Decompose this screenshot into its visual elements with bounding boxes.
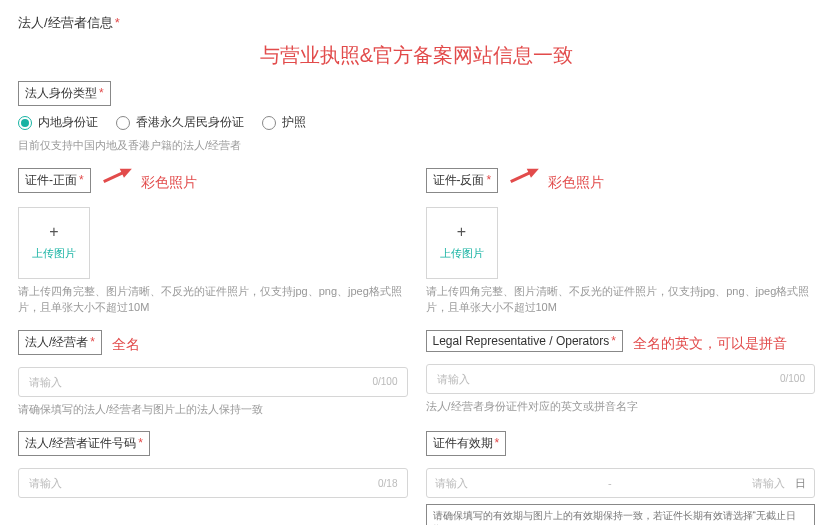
name-en-label: Legal Representative / Operators* <box>426 330 623 352</box>
validity-label: 证件有效期* <box>426 431 507 456</box>
idno-counter: 0/18 <box>378 468 397 498</box>
validity-from-placeholder: 请输入 <box>435 476 468 491</box>
name-en-counter: 0/100 <box>780 364 805 394</box>
upload-text: 上传图片 <box>440 246 484 261</box>
annotation-fullname-cn: 全名 <box>112 336 140 354</box>
plus-icon: + <box>457 224 466 240</box>
calendar-icon: 日 <box>795 476 806 491</box>
idno-validity-row: 法人/经营者证件号码* 0/18 证件有效期* 请输入 - 请输入 日 请确保填… <box>18 431 815 525</box>
arrow-icon <box>505 162 542 189</box>
section-legal-title: 法人/经营者信息* <box>18 14 815 32</box>
idno-label: 法人/经营者证件号码* <box>18 431 150 456</box>
id-type-note: 目前仅支持中国内地及香港户籍的法人/经营者 <box>18 137 815 154</box>
idno-col: 法人/经营者证件号码* 0/18 <box>18 431 408 525</box>
name-en-input[interactable] <box>426 364 816 394</box>
upload-text: 上传图片 <box>32 246 76 261</box>
upload-front-note: 请上传四角完整、图片清晰、不反光的证件照片，仅支持jpg、png、jpeg格式照… <box>18 283 408 316</box>
validity-sep: - <box>608 477 612 489</box>
arrow-icon <box>98 162 135 189</box>
validity-col: 证件有效期* 请输入 - 请输入 日 请确保填写的有效期与图片上的有效期保持一致… <box>426 431 816 525</box>
id-type-block: 法人身份类型* 内地身份证 香港永久居民身份证 护照 目前仅支持中国内地及香港户… <box>18 81 815 154</box>
radio-passport[interactable]: 护照 <box>262 114 306 131</box>
name-row: 法人/经营者* 全名 0/100 请确保填写的法人/经营者与图片上的法人保持一致… <box>18 330 815 418</box>
validity-to-placeholder: 请输入 <box>752 476 785 491</box>
upload-front-col: 证件-正面* 彩色照片 + 上传图片 请上传四角完整、图片清晰、不反光的证件照片… <box>18 168 408 316</box>
annotation-color-photo-front: 彩色照片 <box>101 174 197 192</box>
upload-front-button[interactable]: + 上传图片 <box>18 207 90 279</box>
name-cn-note: 请确保填写的法人/经营者与图片上的法人保持一致 <box>18 401 408 418</box>
id-type-label: 法人身份类型* <box>18 81 111 106</box>
plus-icon: + <box>49 224 58 240</box>
name-en-note: 法人/经营者身份证件对应的英文或拼音名字 <box>426 398 816 415</box>
validity-hint: 请确保填写的有效期与图片上的有效期保持一致，若证件长期有效请选择“无截止日期” <box>426 504 816 525</box>
id-back-label: 证件-反面* <box>426 168 499 193</box>
upload-back-button[interactable]: + 上传图片 <box>426 207 498 279</box>
validity-date-range[interactable]: 请输入 - 请输入 日 <box>426 468 816 498</box>
radio-hk-id[interactable]: 香港永久居民身份证 <box>116 114 244 131</box>
annotation-fullname-en: 全名的英文，可以是拼音 <box>633 335 787 353</box>
name-en-col: Legal Representative / Operators* 全名的英文，… <box>426 330 816 418</box>
id-type-radio-group: 内地身份证 香港永久居民身份证 护照 <box>18 114 815 131</box>
upload-back-note: 请上传四角完整、图片清晰、不反光的证件照片，仅支持jpg、png、jpeg格式照… <box>426 283 816 316</box>
annotation-color-photo-back: 彩色照片 <box>508 174 604 192</box>
name-cn-col: 法人/经营者* 全名 0/100 请确保填写的法人/经营者与图片上的法人保持一致 <box>18 330 408 418</box>
annotation-top: 与营业执照&官方备案网站信息一致 <box>18 42 815 69</box>
name-cn-counter: 0/100 <box>372 367 397 397</box>
name-cn-input[interactable] <box>18 367 408 397</box>
idno-input[interactable] <box>18 468 408 498</box>
upload-row: 证件-正面* 彩色照片 + 上传图片 请上传四角完整、图片清晰、不反光的证件照片… <box>18 168 815 316</box>
upload-back-col: 证件-反面* 彩色照片 + 上传图片 请上传四角完整、图片清晰、不反光的证件照片… <box>426 168 816 316</box>
id-front-label: 证件-正面* <box>18 168 91 193</box>
radio-mainland-id[interactable]: 内地身份证 <box>18 114 98 131</box>
name-cn-label: 法人/经营者* <box>18 330 102 355</box>
